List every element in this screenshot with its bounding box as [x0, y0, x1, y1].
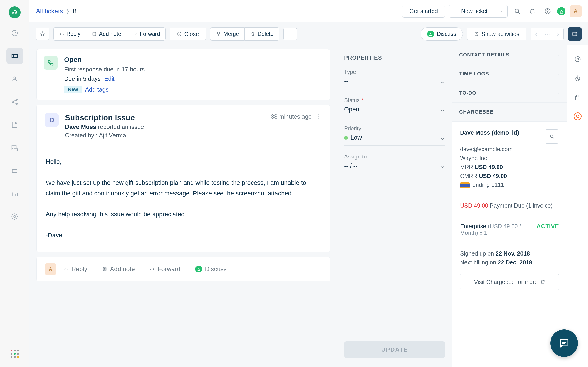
topbar: All tickets ❯ 8 Get started + New ticket…	[29, 0, 588, 23]
close-button[interactable]: Close	[170, 27, 206, 40]
section-chargebee-header[interactable]: CHARGEBEE⌃	[452, 102, 567, 122]
pager-menu-button[interactable]: ⋯	[542, 27, 553, 40]
agent-avatar: A	[45, 263, 56, 275]
cb-plan-row: Enterprise (USD 49.00 / Month) x 1 ACTIV…	[460, 223, 559, 236]
more-actions-button[interactable]: ⋮	[284, 27, 297, 40]
nav-chat[interactable]	[6, 140, 23, 156]
cb-mrr: MRR USD 49.00	[460, 164, 559, 170]
forward-link[interactable]: Forward	[150, 266, 180, 273]
nav-automation[interactable]	[6, 162, 23, 179]
svg-rect-12	[573, 32, 577, 35]
breadcrumb-root-link[interactable]: All tickets	[36, 8, 63, 15]
chevron-down-icon[interactable]: ⌄	[440, 162, 445, 169]
nav-contacts[interactable]	[6, 71, 23, 87]
field-priority[interactable]: Priority Low⌄	[344, 125, 445, 146]
nav-reports[interactable]	[6, 185, 23, 202]
type-value: --	[344, 78, 348, 85]
reply-link[interactable]: Reply	[64, 266, 87, 273]
svg-point-4	[16, 103, 17, 105]
update-button[interactable]: UPDATE	[344, 341, 445, 358]
cb-visit-button[interactable]: Visit Chargebee for more	[460, 274, 559, 290]
show-activities-button[interactable]: Show activities	[467, 27, 527, 40]
field-assign[interactable]: Assign to -- / --⌄	[344, 153, 445, 174]
chat-fab[interactable]	[550, 329, 578, 357]
nav-social[interactable]	[6, 94, 23, 110]
user-avatar[interactable]: A	[570, 5, 582, 17]
cb-search-button[interactable]	[545, 129, 559, 144]
cb-payment-due: USD 49.00 Payment Due (1 invoice)	[460, 202, 559, 209]
cb-next-billing: Next billing on 22 Dec, 2018	[460, 259, 559, 266]
search-button[interactable]	[512, 6, 523, 17]
chevron-up-icon: ⌃	[557, 110, 560, 114]
field-type[interactable]: Type --⌄	[344, 69, 445, 89]
assign-value: -- / --	[344, 162, 357, 169]
conversation-pane: Open First response due in 17 hours Due …	[29, 45, 337, 367]
help-button[interactable]	[542, 6, 553, 17]
discuss-icon: △	[427, 31, 434, 37]
freshconnect-avatar[interactable]: △	[557, 7, 565, 15]
nav-dashboard[interactable]	[6, 25, 23, 41]
ticket-subject: Subscription Issue	[65, 113, 264, 122]
edit-due-link[interactable]: Edit	[104, 75, 115, 82]
message-menu-button[interactable]: ⋮	[316, 113, 322, 120]
discuss-button[interactable]: △Discuss	[421, 27, 463, 41]
nav-solutions[interactable]	[6, 117, 23, 133]
info-icon[interactable]	[573, 55, 582, 64]
svg-point-10	[178, 32, 182, 36]
priority-value: Low	[344, 134, 362, 141]
ticket-pager: ‹ ⋯ ›	[531, 27, 564, 40]
svg-rect-13	[103, 267, 106, 271]
chevron-down-icon: ⌄	[557, 91, 560, 95]
add-note-link[interactable]: Add note	[102, 266, 135, 273]
svg-point-7	[515, 9, 519, 13]
svg-rect-18	[575, 96, 580, 100]
phone-icon	[44, 56, 58, 69]
nav-settings[interactable]	[6, 208, 23, 225]
calendar-icon[interactable]	[573, 93, 582, 102]
priority-label: Priority	[344, 125, 445, 132]
cb-signed-up: Signed up on 22 Nov, 2018	[460, 250, 559, 257]
add-note-button[interactable]: Add note	[86, 27, 127, 41]
cb-customer-name: Dave Moss (demo_id)	[460, 129, 519, 136]
field-status[interactable]: Status * Open⌄	[344, 97, 445, 117]
reporter-line: Dave Moss reported an issue	[65, 123, 264, 131]
section-time-logs[interactable]: TIME LOGS⌄	[452, 65, 567, 83]
reply-button[interactable]: Reply	[53, 27, 86, 41]
section-contact-details[interactable]: CONTACT DETAILS⌄	[452, 45, 567, 65]
chevron-down-icon[interactable]: ⌄	[440, 77, 445, 85]
merge-button[interactable]: Merge	[210, 27, 244, 41]
next-ticket-button[interactable]: ›	[553, 27, 564, 40]
properties-title: PROPERTIES	[344, 55, 445, 61]
timer-icon[interactable]	[573, 74, 582, 83]
svg-point-15	[577, 58, 579, 60]
chevron-down-icon[interactable]: ⌄	[440, 106, 445, 113]
cb-email: dave@example.com	[460, 146, 559, 152]
svg-point-1	[14, 77, 16, 79]
prev-ticket-button[interactable]: ‹	[531, 27, 542, 40]
resolution-due: Due in 5 daysEdit	[64, 75, 145, 82]
nav-tickets[interactable]	[6, 48, 23, 64]
discuss-link[interactable]: △Discuss	[195, 266, 227, 273]
app-switcher[interactable]	[10, 350, 19, 358]
chevron-down-icon[interactable]: ⌄	[440, 134, 445, 141]
left-nav-rail	[0, 0, 29, 367]
star-button[interactable]	[36, 27, 49, 40]
new-ticket-button[interactable]: + New ticket	[449, 5, 495, 18]
notifications-button[interactable]	[527, 6, 538, 17]
new-ticket-caret[interactable]	[495, 5, 508, 18]
chargebee-app-icon[interactable]: C	[574, 112, 582, 120]
svg-rect-5	[12, 169, 17, 173]
status-value: Open	[344, 106, 359, 113]
first-response-due: First response due in 17 hours	[64, 66, 145, 73]
delete-button[interactable]: Delete	[244, 27, 279, 41]
collapse-sidebar-button[interactable]	[568, 27, 582, 41]
svg-point-3	[16, 99, 17, 100]
message-timestamp: 33 minutes ago	[271, 113, 312, 120]
brand-logo	[9, 6, 21, 18]
section-todo[interactable]: TO-DO⌄	[452, 83, 567, 102]
svg-point-16	[575, 57, 580, 62]
add-tags-link[interactable]: Add tags	[85, 86, 109, 93]
ticket-status-card: Open First response due in 17 hours Due …	[36, 49, 330, 100]
forward-button[interactable]: Forward	[127, 27, 166, 41]
get-started-button[interactable]: Get started	[402, 5, 445, 18]
